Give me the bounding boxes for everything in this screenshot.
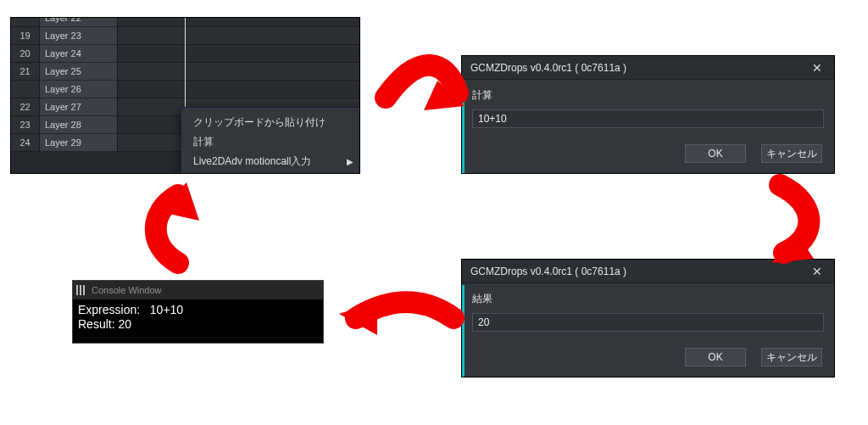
layer-name[interactable]: Layer 24 xyxy=(40,45,118,63)
ok-button[interactable]: OK xyxy=(685,144,746,163)
close-icon[interactable]: ✕ xyxy=(800,61,834,75)
menu-calculate[interactable]: 計算 xyxy=(181,132,360,152)
dialog-title-text: GCMZDrops v0.4.0rc1 ( 0c7611a ) xyxy=(470,62,626,74)
menu-live2d-motioncall[interactable]: Live2DAdv motioncall入力 ▶ xyxy=(181,152,360,171)
submenu-arrow-icon: ▶ xyxy=(347,157,353,166)
console-window: Console Window Expression: 10+10 Result:… xyxy=(72,280,324,344)
layer-track[interactable] xyxy=(118,17,359,27)
menu-paste-from-clipboard[interactable]: クリップボードから貼り付け xyxy=(181,113,360,132)
dialog-accent xyxy=(462,285,465,377)
row-num xyxy=(11,81,40,98)
layer-name[interactable]: Layer 26 xyxy=(40,81,118,98)
timeline-panel: Layer 22 19Layer 23 20Layer 24 21Layer 2… xyxy=(10,17,360,174)
cancel-button[interactable]: キャンセル xyxy=(761,348,822,366)
context-menu: クリップボードから貼り付け 計算 Live2DAdv motioncall入力 … xyxy=(181,107,360,174)
dialog-titlebar[interactable]: GCMZDrops v0.4.0rc1 ( 0c7611a ) ✕ xyxy=(462,260,834,283)
row-num: 24 xyxy=(11,134,40,152)
layer-track[interactable] xyxy=(118,45,359,63)
drag-handle-icon[interactable] xyxy=(76,285,85,295)
row-num: 23 xyxy=(11,116,40,134)
dialog-accent xyxy=(462,81,465,173)
layer-track[interactable] xyxy=(118,81,359,98)
row-num: 21 xyxy=(11,63,40,81)
layer-name[interactable]: Layer 22 xyxy=(40,17,118,27)
dialog-label: 計算 xyxy=(472,88,824,103)
dialog-title-text: GCMZDrops v0.4.0rc1 ( 0c7611a ) xyxy=(470,266,626,277)
layer-track[interactable] xyxy=(118,27,359,45)
layer-name[interactable]: Layer 25 xyxy=(40,63,118,81)
console-output: Expression: 10+10 Result: 20 xyxy=(73,299,323,332)
layer-name[interactable]: Layer 27 xyxy=(40,98,118,116)
row-num: 22 xyxy=(11,98,40,116)
cancel-button[interactable]: キャンセル xyxy=(761,144,822,163)
gcmzdrops-input-dialog: GCMZDrops v0.4.0rc1 ( 0c7611a ) ✕ 計算 OK … xyxy=(461,55,835,174)
layer-name[interactable]: Layer 23 xyxy=(40,27,118,45)
result-input[interactable] xyxy=(472,313,824,332)
row-num xyxy=(11,17,40,27)
row-num: 19 xyxy=(11,27,40,45)
layer-name[interactable]: Layer 28 xyxy=(40,116,118,134)
expression-input[interactable] xyxy=(472,109,824,128)
dialog-label: 結果 xyxy=(472,292,824,306)
console-titlebar[interactable]: Console Window xyxy=(73,281,323,299)
layer-track[interactable] xyxy=(118,63,359,81)
dialog-titlebar[interactable]: GCMZDrops v0.4.0rc1 ( 0c7611a ) ✕ xyxy=(462,56,834,80)
gcmzdrops-result-dialog: GCMZDrops v0.4.0rc1 ( 0c7611a ) ✕ 結果 OK … xyxy=(461,259,835,377)
layer-name[interactable]: Layer 29 xyxy=(40,134,118,152)
menu-item-label: Live2DAdv motioncall入力 xyxy=(193,154,311,169)
ok-button[interactable]: OK xyxy=(685,348,746,366)
row-num: 20 xyxy=(11,45,40,63)
close-icon[interactable]: ✕ xyxy=(800,265,834,278)
console-title-text: Console Window xyxy=(92,285,162,295)
